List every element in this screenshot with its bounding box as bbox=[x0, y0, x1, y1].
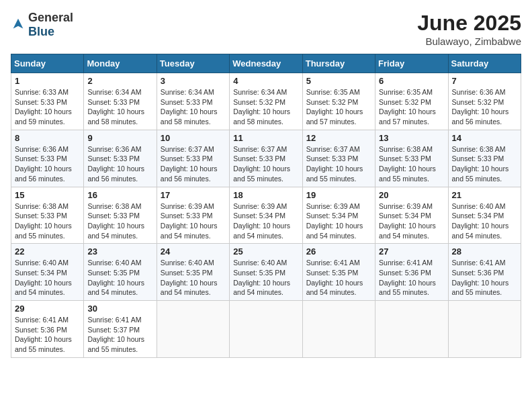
day-info: Sunrise: 6:39 AMSunset: 5:33 PMDaylight:… bbox=[161, 201, 226, 241]
day-cell-7: 7Sunrise: 6:36 AMSunset: 5:32 PMDaylight… bbox=[448, 73, 521, 130]
day-info: Sunrise: 6:40 AMSunset: 5:35 PMDaylight:… bbox=[87, 258, 152, 298]
day-cell-21: 21Sunrise: 6:40 AMSunset: 5:34 PMDayligh… bbox=[448, 187, 521, 244]
day-cell-3: 3Sunrise: 6:34 AMSunset: 5:33 PMDaylight… bbox=[157, 73, 229, 130]
day-info: Sunrise: 6:34 AMSunset: 5:33 PMDaylight:… bbox=[161, 87, 226, 127]
day-cell-23: 23Sunrise: 6:40 AMSunset: 5:35 PMDayligh… bbox=[84, 244, 157, 301]
day-cell-25: 25Sunrise: 6:40 AMSunset: 5:35 PMDayligh… bbox=[230, 244, 302, 301]
day-cell-27: 27Sunrise: 6:41 AMSunset: 5:36 PMDayligh… bbox=[375, 244, 448, 301]
day-info: Sunrise: 6:38 AMSunset: 5:33 PMDaylight:… bbox=[379, 144, 444, 184]
day-cell-13: 13Sunrise: 6:38 AMSunset: 5:33 PMDayligh… bbox=[375, 130, 448, 187]
day-cell-10: 10Sunrise: 6:37 AMSunset: 5:33 PMDayligh… bbox=[157, 130, 229, 187]
day-number: 6 bbox=[379, 76, 444, 86]
main-title: June 2025 bbox=[417, 11, 521, 36]
day-info: Sunrise: 6:36 AMSunset: 5:33 PMDaylight:… bbox=[15, 144, 80, 184]
header-day-tuesday: Tuesday bbox=[157, 54, 229, 73]
day-cell-22: 22Sunrise: 6:40 AMSunset: 5:34 PMDayligh… bbox=[11, 244, 84, 301]
header-day-monday: Monday bbox=[84, 54, 157, 73]
calendar-week-2: 8Sunrise: 6:36 AMSunset: 5:33 PMDaylight… bbox=[11, 130, 521, 187]
day-cell-29: 29Sunrise: 6:41 AMSunset: 5:36 PMDayligh… bbox=[11, 301, 84, 358]
day-number: 16 bbox=[87, 190, 152, 200]
title-area: June 2025 Bulawayo, Zimbabwe bbox=[417, 11, 521, 47]
day-number: 1 bbox=[15, 76, 80, 86]
day-cell-14: 14Sunrise: 6:38 AMSunset: 5:33 PMDayligh… bbox=[448, 130, 521, 187]
day-info: Sunrise: 6:39 AMSunset: 5:34 PMDaylight:… bbox=[379, 201, 444, 241]
day-cell-8: 8Sunrise: 6:36 AMSunset: 5:33 PMDaylight… bbox=[11, 130, 84, 187]
day-info: Sunrise: 6:41 AMSunset: 5:37 PMDaylight:… bbox=[87, 315, 152, 355]
day-info: Sunrise: 6:40 AMSunset: 5:35 PMDaylight:… bbox=[161, 258, 226, 298]
empty-cell bbox=[230, 301, 302, 358]
day-info: Sunrise: 6:38 AMSunset: 5:33 PMDaylight:… bbox=[452, 144, 517, 184]
header-day-thursday: Thursday bbox=[302, 54, 375, 73]
day-number: 5 bbox=[306, 76, 371, 86]
empty-cell bbox=[157, 301, 229, 358]
day-info: Sunrise: 6:35 AMSunset: 5:32 PMDaylight:… bbox=[306, 87, 371, 127]
logo: General Blue bbox=[11, 11, 73, 39]
day-number: 15 bbox=[15, 190, 80, 200]
day-cell-24: 24Sunrise: 6:40 AMSunset: 5:35 PMDayligh… bbox=[157, 244, 229, 301]
day-cell-5: 5Sunrise: 6:35 AMSunset: 5:32 PMDaylight… bbox=[302, 73, 375, 130]
day-cell-18: 18Sunrise: 6:39 AMSunset: 5:34 PMDayligh… bbox=[230, 187, 302, 244]
header-day-sunday: Sunday bbox=[11, 54, 84, 73]
day-cell-26: 26Sunrise: 6:41 AMSunset: 5:35 PMDayligh… bbox=[302, 244, 375, 301]
day-number: 20 bbox=[379, 190, 444, 200]
day-cell-20: 20Sunrise: 6:39 AMSunset: 5:34 PMDayligh… bbox=[375, 187, 448, 244]
day-info: Sunrise: 6:41 AMSunset: 5:36 PMDaylight:… bbox=[379, 258, 444, 298]
day-info: Sunrise: 6:39 AMSunset: 5:34 PMDaylight:… bbox=[233, 201, 298, 241]
day-number: 21 bbox=[452, 190, 517, 200]
empty-cell bbox=[375, 301, 448, 358]
day-cell-9: 9Sunrise: 6:36 AMSunset: 5:33 PMDaylight… bbox=[84, 130, 157, 187]
day-number: 29 bbox=[15, 304, 80, 314]
day-number: 24 bbox=[161, 246, 226, 257]
day-number: 18 bbox=[233, 190, 298, 200]
day-number: 11 bbox=[233, 133, 298, 143]
day-number: 8 bbox=[15, 133, 80, 143]
day-info: Sunrise: 6:41 AMSunset: 5:36 PMDaylight:… bbox=[452, 258, 517, 298]
header-row: SundayMondayTuesdayWednesdayThursdayFrid… bbox=[11, 54, 521, 73]
day-number: 26 bbox=[306, 246, 371, 257]
day-number: 12 bbox=[306, 133, 371, 143]
day-cell-16: 16Sunrise: 6:38 AMSunset: 5:33 PMDayligh… bbox=[84, 187, 157, 244]
day-info: Sunrise: 6:40 AMSunset: 5:34 PMDaylight:… bbox=[15, 258, 80, 298]
day-number: 22 bbox=[15, 246, 80, 257]
day-number: 28 bbox=[452, 246, 517, 257]
calendar-week-1: 1Sunrise: 6:33 AMSunset: 5:33 PMDaylight… bbox=[11, 73, 521, 130]
calendar-week-5: 29Sunrise: 6:41 AMSunset: 5:36 PMDayligh… bbox=[11, 301, 521, 358]
day-info: Sunrise: 6:34 AMSunset: 5:32 PMDaylight:… bbox=[233, 87, 298, 127]
day-cell-28: 28Sunrise: 6:41 AMSunset: 5:36 PMDayligh… bbox=[448, 244, 521, 301]
logo-blue: Blue bbox=[28, 25, 54, 38]
day-info: Sunrise: 6:36 AMSunset: 5:32 PMDaylight:… bbox=[452, 87, 517, 127]
day-cell-11: 11Sunrise: 6:37 AMSunset: 5:33 PMDayligh… bbox=[230, 130, 302, 187]
day-number: 13 bbox=[379, 133, 444, 143]
empty-cell bbox=[302, 301, 375, 358]
day-number: 19 bbox=[306, 190, 371, 200]
day-info: Sunrise: 6:37 AMSunset: 5:33 PMDaylight:… bbox=[306, 144, 371, 184]
day-info: Sunrise: 6:37 AMSunset: 5:33 PMDaylight:… bbox=[161, 144, 226, 184]
header-day-friday: Friday bbox=[375, 54, 448, 73]
empty-cell bbox=[448, 301, 521, 358]
day-cell-19: 19Sunrise: 6:39 AMSunset: 5:34 PMDayligh… bbox=[302, 187, 375, 244]
day-info: Sunrise: 6:41 AMSunset: 5:36 PMDaylight:… bbox=[15, 315, 80, 355]
header: General Blue June 2025 Bulawayo, Zimbabw… bbox=[11, 11, 521, 47]
logo-general: General bbox=[28, 11, 73, 24]
day-number: 3 bbox=[161, 76, 226, 86]
day-info: Sunrise: 6:41 AMSunset: 5:35 PMDaylight:… bbox=[306, 258, 371, 298]
day-info: Sunrise: 6:37 AMSunset: 5:33 PMDaylight:… bbox=[233, 144, 298, 184]
day-info: Sunrise: 6:40 AMSunset: 5:34 PMDaylight:… bbox=[452, 201, 517, 241]
subtitle: Bulawayo, Zimbabwe bbox=[417, 36, 521, 47]
day-cell-15: 15Sunrise: 6:38 AMSunset: 5:33 PMDayligh… bbox=[11, 187, 84, 244]
day-info: Sunrise: 6:38 AMSunset: 5:33 PMDaylight:… bbox=[87, 201, 152, 241]
day-number: 27 bbox=[379, 246, 444, 257]
calendar-week-3: 15Sunrise: 6:38 AMSunset: 5:33 PMDayligh… bbox=[11, 187, 521, 244]
day-info: Sunrise: 6:34 AMSunset: 5:33 PMDaylight:… bbox=[87, 87, 152, 127]
calendar-week-4: 22Sunrise: 6:40 AMSunset: 5:34 PMDayligh… bbox=[11, 244, 521, 301]
day-number: 23 bbox=[87, 246, 152, 257]
day-info: Sunrise: 6:36 AMSunset: 5:33 PMDaylight:… bbox=[87, 144, 152, 184]
day-cell-12: 12Sunrise: 6:37 AMSunset: 5:33 PMDayligh… bbox=[302, 130, 375, 187]
day-cell-2: 2Sunrise: 6:34 AMSunset: 5:33 PMDaylight… bbox=[84, 73, 157, 130]
day-number: 14 bbox=[452, 133, 517, 143]
header-day-wednesday: Wednesday bbox=[230, 54, 302, 73]
day-info: Sunrise: 6:39 AMSunset: 5:34 PMDaylight:… bbox=[306, 201, 371, 241]
day-number: 4 bbox=[233, 76, 298, 86]
logo-icon bbox=[11, 17, 26, 32]
day-cell-17: 17Sunrise: 6:39 AMSunset: 5:33 PMDayligh… bbox=[157, 187, 229, 244]
